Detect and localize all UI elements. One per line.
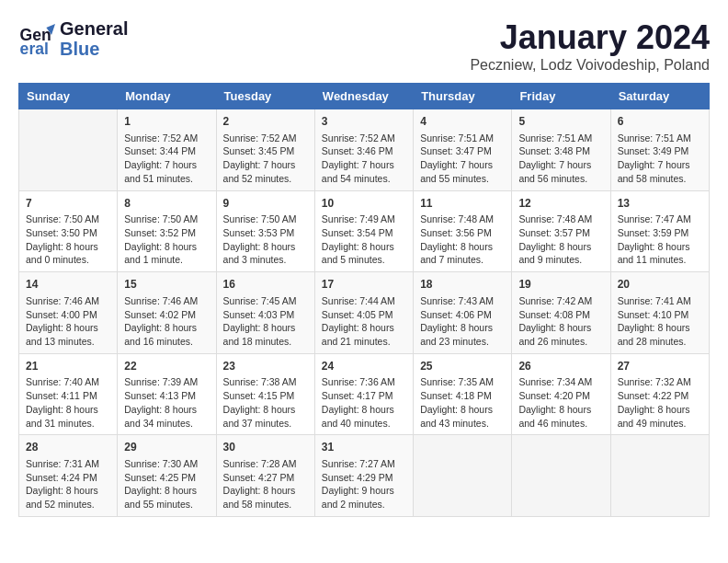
day-info-line: Sunset: 3:46 PM [322,145,393,156]
day-info-line: Sunrise: 7:42 AM [518,295,592,306]
day-info-line: and 9 minutes. [518,254,582,265]
calendar-cell: 8Sunrise: 7:50 AMSunset: 3:52 PMDaylight… [118,190,216,272]
day-info-line: Daylight: 9 hours [322,485,394,496]
day-info-line: Sunset: 3:50 PM [26,227,97,238]
logo-line2: Blue [60,39,128,59]
calendar-cell [512,435,610,517]
calendar-cell [610,435,709,517]
day-info-line: and 51 minutes. [124,173,193,184]
calendar-week-3: 14Sunrise: 7:46 AMSunset: 4:00 PMDayligh… [19,272,710,354]
day-info-line: and 26 minutes. [518,336,587,347]
day-info-line: Daylight: 7 hours [518,159,591,170]
day-info-line: Sunset: 4:17 PM [322,390,393,401]
calendar-cell: 23Sunrise: 7:38 AMSunset: 4:15 PMDayligh… [216,353,314,435]
day-info-line: Sunrise: 7:47 AM [618,213,691,224]
day-header-saturday: Saturday [610,84,709,109]
day-info-line: and 3 minutes. [223,254,287,265]
calendar-cell: 29Sunrise: 7:30 AMSunset: 4:25 PMDayligh… [118,435,216,517]
calendar-cell: 30Sunrise: 7:28 AMSunset: 4:27 PMDayligh… [216,435,314,517]
day-number: 16 [223,277,308,293]
day-info-line: Sunrise: 7:51 AM [518,132,592,144]
day-number: 19 [518,277,603,293]
day-info-line: Sunset: 3:57 PM [518,227,590,238]
calendar-week-4: 21Sunrise: 7:40 AMSunset: 4:11 PMDayligh… [19,353,710,435]
day-number: 15 [124,277,209,293]
day-info-line: Sunset: 4:02 PM [124,309,196,320]
calendar-cell: 11Sunrise: 7:48 AMSunset: 3:56 PMDayligh… [414,190,512,272]
day-info-line: Sunrise: 7:31 AM [26,458,99,469]
day-info-line: Sunset: 4:24 PM [26,472,97,483]
day-header-sunday: Sunday [19,84,118,109]
logo-icon: Gen eral [18,20,55,57]
calendar-cell: 21Sunrise: 7:40 AMSunset: 4:11 PMDayligh… [19,353,118,435]
day-info-line: Daylight: 7 hours [420,159,493,170]
day-info-line: Daylight: 8 hours [223,485,296,496]
day-info-line: Daylight: 8 hours [124,322,197,333]
month-title: January 2024 [470,18,710,57]
day-header-monday: Monday [118,84,216,109]
day-info-line: and 52 minutes. [223,173,292,184]
calendar-cell: 24Sunrise: 7:36 AMSunset: 4:17 PMDayligh… [314,353,413,435]
day-number: 8 [124,196,209,212]
day-number: 24 [322,359,406,374]
day-info-line: Sunrise: 7:50 AM [223,213,297,224]
day-number: 30 [223,440,308,455]
day-info-line: Sunrise: 7:52 AM [223,132,297,144]
calendar-cell: 31Sunrise: 7:27 AMSunset: 4:29 PMDayligh… [314,435,413,517]
day-info-line: Daylight: 8 hours [420,404,493,415]
day-info-line: Sunrise: 7:51 AM [420,132,494,144]
day-info-line: Sunrise: 7:50 AM [124,213,198,224]
calendar-cell [19,109,118,191]
day-info-line: Daylight: 8 hours [618,322,690,333]
day-number: 4 [420,114,505,130]
day-info-line: and 37 minutes. [223,418,292,429]
day-number: 18 [420,277,505,293]
day-number: 23 [223,359,308,374]
day-number: 20 [618,277,702,293]
day-info-line: Daylight: 8 hours [518,322,591,333]
calendar-cell: 12Sunrise: 7:48 AMSunset: 3:57 PMDayligh… [512,190,610,272]
calendar-table: SundayMondayTuesdayWednesdayThursdayFrid… [18,83,710,517]
day-info-line: Daylight: 8 hours [124,485,197,496]
day-info-line: Sunset: 4:13 PM [124,390,196,401]
day-info-line: and 31 minutes. [26,418,95,429]
day-number: 14 [26,277,110,293]
day-info-line: Daylight: 8 hours [420,241,493,252]
day-info-line: Daylight: 8 hours [322,322,394,333]
calendar-cell: 26Sunrise: 7:34 AMSunset: 4:20 PMDayligh… [512,353,610,435]
day-number: 11 [420,196,505,212]
title-block: January 2024 Peczniew, Lodz Voivodeship,… [470,18,710,74]
day-info-line: Daylight: 8 hours [26,322,98,333]
calendar-cell: 27Sunrise: 7:32 AMSunset: 4:22 PMDayligh… [610,353,709,435]
calendar-header-row: SundayMondayTuesdayWednesdayThursdayFrid… [19,84,710,109]
day-info-line: Sunrise: 7:36 AM [322,376,395,387]
day-info-line: Sunrise: 7:34 AM [518,376,592,387]
day-info-line: Daylight: 8 hours [420,322,493,333]
day-info-line: and 55 minutes. [124,499,193,510]
day-info-line: Sunset: 3:44 PM [124,145,196,156]
day-info-line: and 55 minutes. [420,173,489,184]
day-info-line: Sunrise: 7:50 AM [26,213,99,224]
day-info-line: Daylight: 8 hours [223,404,296,415]
day-info-line: Sunset: 4:11 PM [26,390,97,401]
day-info-line: Daylight: 8 hours [518,241,591,252]
day-info-line: and 58 minutes. [618,173,687,184]
calendar-cell: 3Sunrise: 7:52 AMSunset: 3:46 PMDaylight… [314,109,413,191]
day-info-line: Sunset: 3:59 PM [618,227,689,238]
calendar-cell: 10Sunrise: 7:49 AMSunset: 3:54 PMDayligh… [314,190,413,272]
calendar-body: 1Sunrise: 7:52 AMSunset: 3:44 PMDaylight… [19,109,710,517]
calendar-cell: 13Sunrise: 7:47 AMSunset: 3:59 PMDayligh… [610,190,709,272]
day-info-line: and 16 minutes. [124,336,193,347]
day-info-line: Sunrise: 7:30 AM [124,458,198,469]
day-number: 7 [26,196,110,212]
day-number: 22 [124,359,209,374]
day-info-line: and 49 minutes. [618,418,687,429]
calendar-cell: 25Sunrise: 7:35 AMSunset: 4:18 PMDayligh… [414,353,512,435]
calendar-week-5: 28Sunrise: 7:31 AMSunset: 4:24 PMDayligh… [19,435,710,517]
day-info-line: Sunset: 4:15 PM [223,390,295,401]
day-header-friday: Friday [512,84,610,109]
day-number: 9 [223,196,308,212]
day-number: 10 [322,196,406,212]
day-info-line: and 34 minutes. [124,418,193,429]
day-info-line: Sunrise: 7:52 AM [124,132,198,144]
